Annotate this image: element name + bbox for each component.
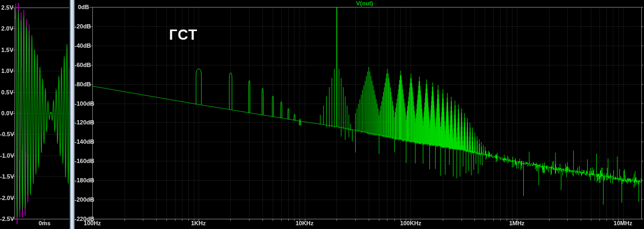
spectrum-y-tick-label: -20dB: [75, 23, 89, 29]
time-y-tick-label: -2.0V: [0, 195, 13, 201]
spectrum-y-tick-label: 0dB: [75, 4, 89, 10]
spectrum-y-tick-label: -80dB: [75, 81, 89, 87]
spectrum-y-tick-label: -120dB: [75, 119, 89, 125]
time-y-tick-label: 2.0V: [0, 25, 13, 32]
spectrum-y-tick-label: -140dB: [75, 138, 89, 145]
spectrum-x-tick-label: 10MHz: [602, 220, 644, 226]
time-y-tick-label: -1.5V: [0, 173, 13, 180]
time-y-tick-label: -0.5V: [0, 131, 13, 137]
time-y-tick-label: 0.5V: [0, 89, 13, 95]
time-y-tick-label: 1.5V: [0, 47, 13, 53]
pane-divider[interactable]: [69, 0, 75, 229]
gst-annotation: ГСТ: [169, 27, 197, 43]
time-y-tick-label: 1.0V: [0, 68, 13, 74]
time-axis-tick-label: 0ms: [32, 220, 57, 226]
time-plot-pane[interactable]: 2.5V2.0V1.5V1.0V0.5V0.0V-0.5V-1.0V-1.5V-…: [0, 0, 69, 229]
spectrum-plot-canvas[interactable]: [75, 0, 644, 229]
spectrum-y-tick-label: -40dB: [75, 42, 89, 49]
trace-label-vout[interactable]: V(out): [356, 0, 374, 6]
spectrum-y-tick-label: -180dB: [75, 177, 89, 183]
spectrum-y-tick-label: -200dB: [75, 196, 89, 203]
spectrum-x-tick-label: 1KHz: [177, 220, 220, 226]
time-y-tick-label: 2.5V: [0, 4, 13, 11]
time-y-tick-label: -2.5V: [0, 216, 13, 222]
spectrum-plot-pane[interactable]: V(out) 0dB-20dB-40dB-60dB-80dB-100dB-120…: [75, 0, 644, 229]
spectrum-y-tick-label: -60dB: [75, 62, 89, 68]
spectrum-x-tick-label: 100KHz: [389, 220, 432, 226]
time-y-tick-label: -1.0V: [0, 152, 13, 159]
spectrum-x-tick-label: 1MHz: [495, 220, 538, 226]
time-y-tick-label: 0.0V: [0, 110, 13, 116]
spectrum-x-tick-label: 100Hz: [71, 220, 114, 226]
spectrum-x-tick-label: 10KHz: [283, 220, 326, 226]
spectrum-y-tick-label: -160dB: [75, 158, 89, 164]
spectrum-y-tick-label: -100dB: [75, 100, 89, 107]
waveform-viewer: 2.5V2.0V1.5V1.0V0.5V0.0V-0.5V-1.0V-1.5V-…: [0, 0, 644, 229]
